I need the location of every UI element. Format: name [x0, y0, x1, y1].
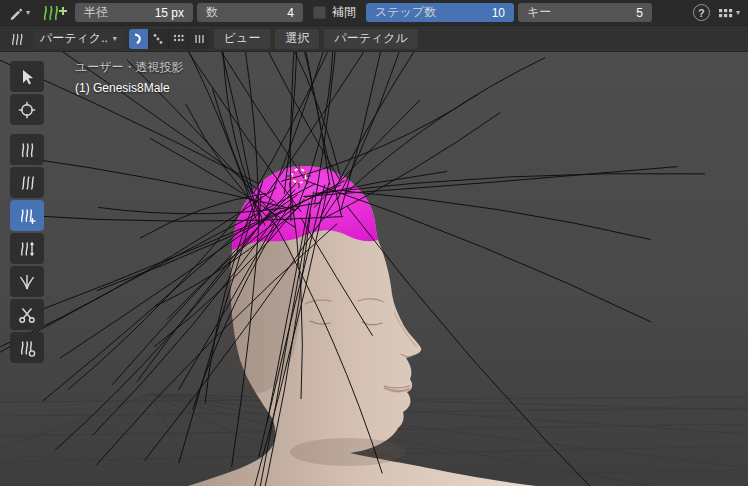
- brush-grid-dots-button[interactable]: [169, 29, 189, 49]
- brush-lines-button[interactable]: [189, 29, 209, 49]
- count-field[interactable]: 数 4: [197, 3, 303, 22]
- left-toolbar: [10, 61, 44, 363]
- viewport-header: パーティク.. ▾ ビュー 選択: [0, 26, 748, 52]
- add-hair-brush-icon: [17, 206, 37, 226]
- chevron-down-icon: ▾: [113, 35, 117, 43]
- view-mode-overlay-text: ユーザー・透視投影: [75, 59, 184, 76]
- chevron-down-icon: ▾: [736, 9, 740, 17]
- tool-puff[interactable]: [10, 266, 44, 297]
- blender-window: { "topbar": { "radius_label": "半径", "rad…: [0, 0, 748, 486]
- comb-brush-icon: [17, 140, 37, 160]
- options-grid-dropdown[interactable]: ▾: [714, 3, 743, 23]
- length-brush-icon: [17, 239, 37, 259]
- interpolate-checkbox[interactable]: 補間: [313, 4, 356, 21]
- steps-label: ステップ数: [375, 4, 436, 21]
- keys-label: キー: [527, 4, 551, 21]
- brush-mode-icon: [6, 29, 28, 49]
- tool-tweak-select[interactable]: [10, 61, 44, 92]
- tool-settings-bar: ▾ 半径 15 px 数 4 補間 ステップ数 10 キー 5: [0, 0, 748, 26]
- viewport-canvas: [0, 52, 748, 486]
- brush-dots-button[interactable]: [149, 29, 169, 49]
- particle-menu[interactable]: パーティクル: [324, 29, 417, 49]
- lines-icon: [192, 32, 206, 46]
- grid-dots-icon: [171, 32, 185, 46]
- view-menu[interactable]: ビュー: [214, 29, 271, 49]
- tool-cursor-3d[interactable]: [10, 94, 44, 125]
- steps-value: 10: [492, 6, 505, 20]
- pencil-icon: [8, 5, 24, 21]
- crosshair-circle-icon: [17, 100, 37, 120]
- editor-type-dropdown[interactable]: ▾: [5, 3, 33, 23]
- keys-field[interactable]: キー 5: [518, 3, 652, 22]
- radius-field[interactable]: 半径 15 px: [75, 3, 193, 22]
- tool-weight[interactable]: [10, 332, 44, 363]
- brush-select-group: [129, 29, 209, 49]
- tool-smooth[interactable]: [10, 167, 44, 198]
- keys-value: 5: [636, 6, 643, 20]
- puff-brush-icon: [17, 272, 37, 292]
- tool-comb[interactable]: [10, 134, 44, 165]
- viewport-3d[interactable]: ユーザー・透視投影 (1) Genesis8Male: [0, 52, 748, 486]
- cursor-arrow-icon: [17, 67, 37, 87]
- steps-field[interactable]: ステップ数 10: [366, 3, 514, 22]
- chevron-down-icon: ▾: [26, 9, 30, 17]
- scissors-icon: [17, 305, 37, 325]
- mode-dropdown-label: パーティク..: [40, 30, 108, 47]
- weight-brush-icon: [17, 338, 37, 358]
- count-label: 数: [206, 4, 218, 21]
- dots-falloff-icon: [151, 32, 165, 46]
- radius-value: 15 px: [155, 6, 184, 20]
- smooth-brush-icon: [17, 173, 37, 193]
- tool-cut[interactable]: [10, 299, 44, 330]
- select-menu[interactable]: 選択: [275, 29, 319, 49]
- tool-add-hair[interactable]: [10, 200, 44, 231]
- interpolate-label: 補間: [332, 4, 356, 21]
- radius-label: 半径: [84, 4, 108, 21]
- count-value: 4: [287, 6, 294, 20]
- mode-dropdown[interactable]: パーティク.. ▾: [33, 29, 124, 49]
- hair-add-tool-icon: [37, 3, 71, 23]
- brush-comb-button[interactable]: [129, 29, 149, 49]
- tool-length[interactable]: [10, 233, 44, 264]
- comma-brush-icon: [131, 32, 145, 46]
- checkbox-box-icon[interactable]: [313, 6, 326, 19]
- grid-dots-icon: [717, 5, 734, 21]
- help-icon[interactable]: ?: [693, 4, 710, 21]
- object-name-overlay-text: (1) Genesis8Male: [75, 81, 170, 95]
